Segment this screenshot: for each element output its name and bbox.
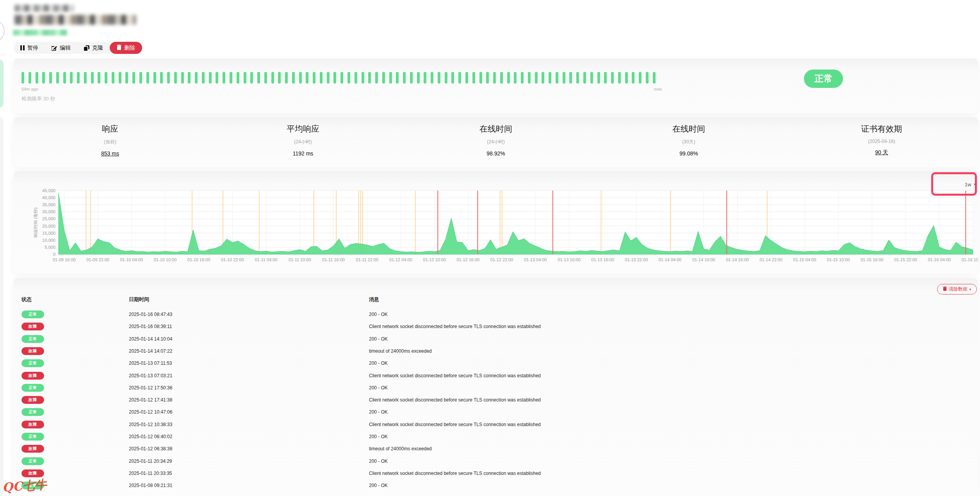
heartbeat-bar[interactable] (653, 72, 656, 84)
heartbeat-bar[interactable] (84, 72, 87, 84)
heartbeat-bar[interactable] (63, 72, 66, 84)
edit-button[interactable]: 编辑 (45, 42, 77, 54)
heartbeat-bar[interactable] (195, 72, 198, 84)
heartbeat-bar[interactable] (91, 72, 94, 84)
heartbeat-bar[interactable] (313, 72, 315, 84)
heartbeat-bar[interactable] (244, 72, 246, 84)
heartbeat-bar[interactable] (556, 72, 558, 84)
heartbeat-bar[interactable] (410, 72, 413, 84)
heartbeat-bar[interactable] (29, 72, 31, 84)
heartbeat-bar[interactable] (333, 72, 336, 84)
heartbeat-bar[interactable] (396, 72, 399, 84)
heartbeat-bar[interactable] (250, 72, 253, 84)
heartbeat-bar[interactable] (458, 72, 461, 84)
heartbeat-bar[interactable] (139, 72, 142, 84)
heartbeat-bar[interactable] (465, 72, 468, 84)
heartbeat-bar[interactable] (611, 72, 614, 84)
heartbeat-bar[interactable] (174, 72, 177, 84)
heartbeat-bar[interactable] (347, 72, 350, 84)
heartbeat-bar[interactable] (549, 72, 551, 84)
heartbeat-bar[interactable] (618, 72, 621, 84)
heartbeat-bar[interactable] (632, 72, 634, 84)
heartbeat-bar[interactable] (306, 72, 308, 84)
pause-button[interactable]: 暂停 (14, 42, 45, 54)
heartbeat-bar[interactable] (285, 72, 288, 84)
heartbeat-bar[interactable] (70, 72, 73, 84)
heartbeat-bar[interactable] (583, 72, 586, 84)
heartbeat-bar[interactable] (382, 72, 385, 84)
heartbeat-bar[interactable] (36, 72, 38, 84)
heartbeat-bar[interactable] (153, 72, 156, 84)
heartbeat-bar[interactable] (479, 72, 482, 84)
heartbeat-bar[interactable] (625, 72, 628, 84)
heartbeat-bar[interactable] (563, 72, 565, 84)
monitor-url-redacted[interactable] (14, 15, 136, 25)
heartbeat-bar[interactable] (216, 72, 218, 84)
heartbeat-bar[interactable] (445, 72, 447, 84)
heartbeat-bar[interactable] (271, 72, 274, 84)
heartbeat-bar[interactable] (167, 72, 170, 84)
heartbeat-bar[interactable] (49, 72, 52, 84)
heartbeat-bar[interactable] (451, 72, 454, 84)
heartbeat-bar[interactable] (77, 72, 80, 84)
heartbeat-bar[interactable] (230, 72, 232, 84)
heartbeat-bar[interactable] (375, 72, 378, 84)
heartbeat-bar[interactable] (507, 72, 510, 84)
heartbeat-bar[interactable] (424, 72, 426, 84)
heartbeat-bar[interactable] (42, 72, 45, 84)
heartbeat-bar[interactable] (639, 72, 641, 84)
heartbeat-bar[interactable] (237, 72, 239, 84)
heartbeat-bar[interactable] (486, 72, 489, 84)
heartbeat-bar-strip[interactable] (21, 72, 656, 84)
heartbeat-bar[interactable] (299, 72, 302, 84)
heartbeat-bar[interactable] (188, 72, 191, 84)
heartbeat-bar[interactable] (355, 72, 357, 84)
heartbeat-bar[interactable] (528, 72, 531, 84)
heartbeat-bar[interactable] (590, 72, 593, 84)
heartbeat-bar[interactable] (327, 72, 330, 84)
heartbeat-bar[interactable] (125, 72, 128, 84)
heartbeat-bar[interactable] (438, 72, 440, 84)
heartbeat-bar[interactable] (521, 72, 524, 84)
heartbeat-bar[interactable] (292, 72, 295, 84)
heartbeat-bar[interactable] (569, 72, 572, 84)
heartbeat-bar[interactable] (105, 72, 107, 84)
heartbeat-bar[interactable] (362, 72, 364, 84)
heartbeat-bar[interactable] (181, 72, 184, 84)
heartbeat-bar[interactable] (278, 72, 281, 84)
heartbeat-bar[interactable] (112, 72, 114, 84)
heartbeat-bar[interactable] (132, 72, 135, 84)
heartbeat-bar[interactable] (389, 72, 392, 84)
heartbeat-bar[interactable] (119, 72, 121, 84)
heartbeat-bar[interactable] (514, 72, 517, 84)
heartbeat-bar[interactable] (576, 72, 579, 84)
heartbeat-bar[interactable] (403, 72, 406, 84)
sidebar-active-monitor-partial[interactable] (0, 60, 4, 107)
heartbeat-bar[interactable] (535, 72, 538, 84)
heartbeat-bar[interactable] (431, 72, 433, 84)
delete-button[interactable]: 删除 (110, 42, 142, 54)
response-time-chart[interactable]: 05,00010,00015,00020,00025,00030,00035,0… (14, 187, 978, 271)
heartbeat-bar[interactable] (264, 72, 267, 84)
heartbeat-bar[interactable] (493, 72, 496, 84)
heartbeat-bar[interactable] (368, 72, 371, 84)
heartbeat-bar[interactable] (146, 72, 149, 84)
heartbeat-bar[interactable] (160, 72, 163, 84)
heartbeat-bar[interactable] (646, 72, 649, 84)
heartbeat-bar[interactable] (597, 72, 600, 84)
heartbeat-bar[interactable] (98, 72, 100, 84)
heartbeat-bar[interactable] (604, 72, 607, 84)
clone-button[interactable]: 克隆 (77, 42, 110, 54)
heartbeat-bar[interactable] (56, 72, 59, 84)
heartbeat-bar[interactable] (21, 72, 24, 84)
heartbeat-bar[interactable] (472, 72, 475, 84)
heartbeat-bar[interactable] (320, 72, 323, 84)
heartbeat-bar[interactable] (257, 72, 260, 84)
heartbeat-bar[interactable] (542, 72, 544, 84)
heartbeat-bar[interactable] (209, 72, 212, 84)
heartbeat-bar[interactable] (223, 72, 225, 84)
heartbeat-bar[interactable] (500, 72, 503, 84)
heartbeat-bar[interactable] (340, 72, 343, 84)
clear-data-button[interactable]: 清除数据 ▾ (937, 284, 977, 294)
heartbeat-bar[interactable] (417, 72, 420, 84)
